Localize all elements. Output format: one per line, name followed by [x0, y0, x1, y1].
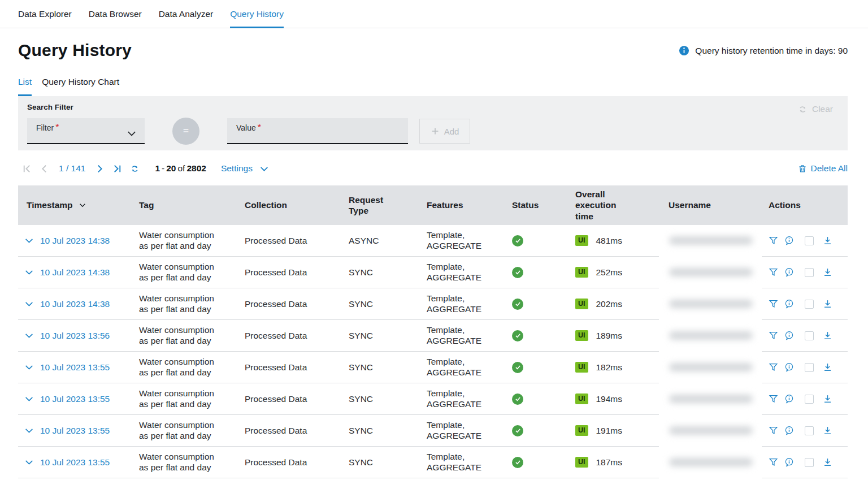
next-page-icon[interactable]: [95, 164, 105, 174]
tab-query-history-chart[interactable]: Query History Chart: [42, 77, 119, 96]
query-info-icon[interactable]: [784, 394, 794, 404]
query-info-icon[interactable]: [784, 299, 794, 309]
expand-row-icon[interactable]: [18, 331, 40, 340]
filter-select[interactable]: Filter*: [27, 118, 145, 144]
timestamp-link[interactable]: 10 Jul 2023 13:55: [40, 426, 110, 435]
select-row-checkbox[interactable]: [805, 268, 814, 277]
select-row-checkbox[interactable]: [805, 331, 814, 340]
execution-source-badge: UI: [575, 235, 588, 246]
tag-cell: Water consumption as per flat and day: [139, 357, 245, 378]
download-icon[interactable]: [823, 331, 832, 340]
query-info-icon[interactable]: [784, 426, 794, 435]
info-icon: [679, 45, 689, 56]
username-blurred-text: [669, 395, 753, 403]
expand-row-icon[interactable]: [18, 299, 40, 309]
actions-cell: [762, 457, 848, 467]
sort-descending-icon[interactable]: [79, 201, 86, 209]
expand-row-icon[interactable]: [18, 426, 40, 435]
add-filter-button[interactable]: Add: [419, 119, 470, 144]
select-row-checkbox[interactable]: [805, 363, 814, 372]
select-row-checkbox[interactable]: [805, 426, 814, 435]
username-blurred-text: [669, 458, 753, 466]
clear-filter-button[interactable]: Clear: [798, 104, 833, 114]
download-icon[interactable]: [823, 236, 832, 245]
value-input[interactable]: Value*: [227, 118, 408, 144]
request-type-cell: SYNC: [349, 457, 418, 468]
filter-query-icon[interactable]: [769, 362, 778, 372]
status-cell: [504, 235, 567, 246]
timestamp-link[interactable]: 10 Jul 2023 13:55: [40, 394, 110, 404]
download-icon[interactable]: [823, 267, 832, 277]
query-history-table: Timestamp Tag Collection Request Type Fe…: [18, 185, 848, 478]
status-cell: [504, 457, 567, 468]
nav-item-data-browser[interactable]: Data Browser: [89, 0, 142, 28]
download-icon[interactable]: [823, 299, 832, 309]
filter-operator-badge: =: [172, 118, 199, 145]
expand-row-icon[interactable]: [18, 457, 40, 467]
pagination-bar: 1 / 141 1-20of2802 Settings Delete All: [18, 158, 848, 179]
filter-query-icon[interactable]: [769, 236, 778, 245]
filter-required-marker: *: [55, 123, 59, 132]
select-row-checkbox[interactable]: [805, 300, 814, 309]
last-page-icon[interactable]: [112, 164, 122, 174]
column-header-timestamp[interactable]: Timestamp: [18, 200, 139, 210]
refresh-icon[interactable]: [130, 164, 140, 174]
filter-query-icon[interactable]: [769, 394, 778, 404]
tag-cell: Water consumption as per flat and day: [139, 420, 245, 441]
query-info-icon[interactable]: [784, 362, 794, 372]
timestamp-link[interactable]: 10 Jul 2023 13:55: [40, 362, 110, 372]
timestamp-link[interactable]: 10 Jul 2023 14:38: [40, 236, 110, 245]
filter-query-icon[interactable]: [769, 457, 778, 467]
top-navigation: Data Explorer Data Browser Data Analyzer…: [0, 0, 868, 28]
timestamp-cell: 10 Jul 2023 13:55: [40, 457, 139, 468]
nav-item-data-analyzer[interactable]: Data Analyzer: [159, 0, 214, 28]
filter-query-icon[interactable]: [769, 267, 778, 277]
table-body: 10 Jul 2023 14:38 Water consumption as p…: [18, 225, 848, 478]
delete-all-label: Delete All: [811, 163, 848, 174]
download-icon[interactable]: [823, 457, 832, 467]
status-cell: [504, 267, 567, 278]
collection-cell: Processed Data: [245, 267, 349, 278]
settings-button[interactable]: Settings: [221, 163, 269, 174]
filter-query-icon[interactable]: [769, 299, 778, 309]
query-info-icon[interactable]: [784, 457, 794, 467]
query-info-icon[interactable]: [784, 267, 794, 277]
nav-item-data-explorer[interactable]: Data Explorer: [18, 0, 72, 28]
username-cell-redacted: [659, 415, 762, 446]
actions-cell: [762, 299, 848, 309]
nav-item-query-history[interactable]: Query History: [230, 0, 284, 28]
filter-query-icon[interactable]: [769, 331, 778, 340]
table-row: 10 Jul 2023 13:55 Water consumption as p…: [18, 447, 848, 478]
execution-time-cell: UI 202ms: [567, 299, 659, 309]
download-icon[interactable]: [823, 426, 832, 435]
first-page-icon[interactable]: [22, 164, 32, 174]
delete-all-button[interactable]: Delete All: [798, 163, 848, 174]
query-info-icon[interactable]: [784, 236, 794, 245]
query-info-icon[interactable]: [784, 331, 794, 340]
expand-row-icon[interactable]: [18, 394, 40, 404]
table-row: 10 Jul 2023 14:38 Water consumption as p…: [18, 288, 848, 320]
filter-query-icon[interactable]: [769, 426, 778, 435]
page-title: Query History: [18, 41, 132, 60]
timestamp-link[interactable]: 10 Jul 2023 13:56: [40, 331, 110, 340]
expand-row-icon[interactable]: [18, 267, 40, 277]
tag-cell: Water consumption as per flat and day: [139, 452, 245, 473]
select-row-checkbox[interactable]: [805, 458, 814, 467]
previous-page-icon[interactable]: [40, 164, 49, 174]
add-button-label: Add: [444, 127, 459, 136]
timestamp-link[interactable]: 10 Jul 2023 14:38: [40, 267, 110, 277]
select-row-checkbox[interactable]: [805, 236, 814, 245]
status-cell: [504, 362, 567, 373]
select-row-checkbox[interactable]: [805, 395, 814, 404]
tab-list[interactable]: List: [18, 77, 32, 96]
expand-row-icon[interactable]: [18, 236, 40, 245]
timestamp-cell: 10 Jul 2023 14:38: [40, 299, 139, 309]
username-blurred-text: [669, 268, 753, 276]
collection-cell: Processed Data: [245, 236, 349, 246]
download-icon[interactable]: [823, 362, 832, 372]
expand-row-icon[interactable]: [18, 362, 40, 372]
timestamp-link[interactable]: 10 Jul 2023 14:38: [40, 299, 110, 309]
status-cell: [504, 330, 567, 341]
timestamp-link[interactable]: 10 Jul 2023 13:55: [40, 457, 110, 467]
download-icon[interactable]: [823, 394, 832, 404]
